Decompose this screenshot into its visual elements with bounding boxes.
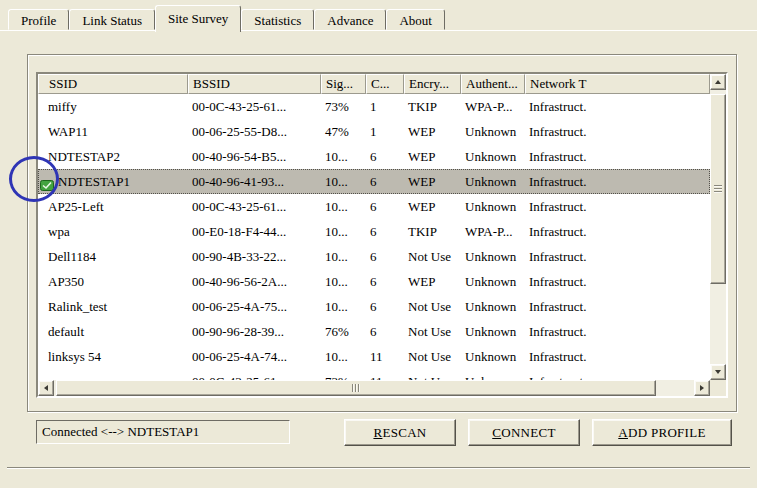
cell-network-t: Infrastruct. bbox=[525, 369, 710, 380]
table-row-ralink-test[interactable]: Ralink_test00-06-25-4A-75...10...6Not Us… bbox=[38, 294, 710, 319]
cell-text: Unknown bbox=[465, 199, 516, 214]
cell-text: 1 bbox=[370, 124, 377, 139]
cell-encry: TKIP bbox=[404, 94, 461, 119]
cell-c: 1 bbox=[366, 119, 404, 144]
cell-bssid: 00-E0-18-F4-44... bbox=[188, 219, 321, 244]
horizontal-scrollbar[interactable] bbox=[38, 380, 710, 396]
horizontal-scroll-thumb[interactable] bbox=[56, 380, 656, 396]
cell-network-t: Infrastruct. bbox=[525, 119, 710, 144]
column-header-sig[interactable]: Sig... bbox=[321, 74, 366, 94]
cell-ssid: WAP11 bbox=[38, 119, 188, 144]
cell-c: 6 bbox=[366, 194, 404, 219]
cell-text: Unknown bbox=[465, 349, 516, 364]
table-row-ap25-left[interactable]: AP25-Left00-0C-43-25-61...10...6WEPUnkno… bbox=[38, 194, 710, 219]
cell-sig: 10... bbox=[321, 169, 366, 194]
cell-sig: 10... bbox=[321, 294, 366, 319]
cell-text: Unknown bbox=[465, 149, 516, 164]
cell-text: 00-E0-18-F4-44... bbox=[192, 224, 286, 239]
table-row-default[interactable]: default00-90-96-28-39...76%6Not UseUnkno… bbox=[38, 319, 710, 344]
cell-ssid: miffy bbox=[38, 94, 188, 119]
table-row-partial[interactable]: 00-0C-43-25-61...73%11Not UseUnknownInfr… bbox=[38, 369, 710, 380]
cell-encry: WEP bbox=[404, 119, 461, 144]
cell-bssid: 00-0C-43-25-61... bbox=[188, 194, 321, 219]
cell-text: 6 bbox=[370, 224, 377, 239]
cell-text: 00-06-25-4A-74... bbox=[192, 349, 287, 364]
column-header-encry[interactable]: Encry... bbox=[404, 74, 461, 94]
tab-advance[interactable]: Advance bbox=[314, 9, 386, 30]
rescan-button[interactable]: RESCAN bbox=[344, 419, 456, 446]
cell-text: 11 bbox=[370, 349, 383, 364]
vertical-scrollbar[interactable] bbox=[710, 74, 726, 380]
cell-encry: WEP bbox=[404, 269, 461, 294]
cell-authent: Unknown bbox=[461, 144, 525, 169]
site-survey-ap-list: SSIDBSSIDSig...C...Encry...Authent...Net… bbox=[36, 72, 728, 398]
table-row-ap350[interactable]: AP35000-40-96-56-2A...10...6WEPUnknownIn… bbox=[38, 269, 710, 294]
separator-line bbox=[7, 467, 750, 469]
scroll-down-button[interactable] bbox=[710, 364, 726, 380]
table-row-wpa[interactable]: wpa00-E0-18-F4-44...10...6TKIPWPA-P...In… bbox=[38, 219, 710, 244]
cell-text: 10... bbox=[325, 349, 348, 364]
cell-encry: TKIP bbox=[404, 219, 461, 244]
cell-text: Infrastruct. bbox=[529, 324, 586, 339]
cell-bssid: 00-06-25-4A-75... bbox=[188, 294, 321, 319]
cell-text: Ralink_test bbox=[48, 299, 107, 314]
column-header-bssid[interactable]: BSSID bbox=[188, 74, 321, 94]
cell-text: 6 bbox=[370, 174, 377, 189]
tab-link-status[interactable]: Link Status bbox=[69, 9, 155, 30]
table-row-miffy[interactable]: miffy00-0C-43-25-61...73%1TKIPWPA-P...In… bbox=[38, 94, 710, 119]
scroll-up-button[interactable] bbox=[710, 74, 726, 90]
cell-text: WEP bbox=[408, 274, 435, 289]
add-profile-button[interactable]: ADD PROFILE bbox=[592, 419, 732, 446]
cell-text: Not Use bbox=[408, 249, 451, 264]
cell-authent: Unknown bbox=[461, 269, 525, 294]
cell-encry: Not Use bbox=[404, 294, 461, 319]
cell-text: Unknown bbox=[465, 124, 516, 139]
connect-button[interactable]: CONNECT bbox=[468, 419, 580, 446]
vertical-scroll-thumb[interactable] bbox=[710, 94, 726, 284]
tab-page-border bbox=[0, 30, 757, 31]
cell-text: TKIP bbox=[408, 99, 437, 114]
column-header-network-t[interactable]: Network T bbox=[525, 74, 710, 94]
scroll-left-button[interactable] bbox=[38, 380, 54, 396]
table-row-dell1184[interactable]: Dell118400-90-4B-33-22...10...6Not UseUn… bbox=[38, 244, 710, 269]
cell-bssid: 00-06-25-55-D8... bbox=[188, 119, 321, 144]
cell-sig: 10... bbox=[321, 344, 366, 369]
cell-encry: WEP bbox=[404, 194, 461, 219]
table-row-ndtestap2[interactable]: NDTESTAP200-40-96-54-B5...10...6WEPUnkno… bbox=[38, 144, 710, 169]
cell-bssid: 00-90-4B-33-22... bbox=[188, 244, 321, 269]
tab-site-survey[interactable]: Site Survey bbox=[155, 5, 241, 32]
cell-text: AP25-Left bbox=[48, 199, 104, 214]
cell-text: Infrastruct. bbox=[529, 349, 586, 364]
cell-encry: Not Use bbox=[404, 344, 461, 369]
rescan-button-label: RESCAN bbox=[373, 425, 426, 440]
scroll-right-button[interactable] bbox=[694, 380, 710, 396]
cell-authent: Unknown bbox=[461, 319, 525, 344]
cell-text: Infrastruct. bbox=[529, 149, 586, 164]
cell-text: Not Use bbox=[408, 349, 451, 364]
triangle-right-icon bbox=[700, 385, 704, 391]
column-header-c[interactable]: C... bbox=[366, 74, 404, 94]
cell-bssid: 00-0C-43-25-61... bbox=[188, 369, 321, 380]
cell-sig: 10... bbox=[321, 244, 366, 269]
tab-statistics[interactable]: Statistics bbox=[241, 9, 314, 30]
column-header-authent[interactable]: Authent... bbox=[461, 74, 525, 94]
cell-text: 10... bbox=[325, 249, 348, 264]
cell-network-t: Infrastruct. bbox=[525, 344, 710, 369]
table-row-ndtestap1[interactable]: NDTESTAP100-40-96-41-93...10...6WEPUnkno… bbox=[38, 169, 710, 194]
column-header-ssid[interactable]: SSID bbox=[38, 74, 188, 94]
tab-about[interactable]: About bbox=[386, 9, 445, 30]
cell-text: Infrastruct. bbox=[529, 199, 586, 214]
cell-encry: Not Use bbox=[404, 369, 461, 380]
cell-text: 10... bbox=[325, 174, 348, 189]
table-row-wap11[interactable]: WAP1100-06-25-55-D8...47%1WEPUnknownInfr… bbox=[38, 119, 710, 144]
tab-bar: ProfileLink StatusSite SurveyStatisticsA… bbox=[8, 6, 445, 30]
list-rows: miffy00-0C-43-25-61...73%1TKIPWPA-P...In… bbox=[38, 94, 710, 380]
cell-network-t: Infrastruct. bbox=[525, 244, 710, 269]
table-row-linksys-54[interactable]: linksys 5400-06-25-4A-74...10...11Not Us… bbox=[38, 344, 710, 369]
cell-authent: Unknown bbox=[461, 169, 525, 194]
cell-authent: Unknown bbox=[461, 344, 525, 369]
tab-profile[interactable]: Profile bbox=[8, 9, 69, 30]
cell-authent: Unknown bbox=[461, 194, 525, 219]
cell-network-t: Infrastruct. bbox=[525, 219, 710, 244]
cell-text: 6 bbox=[370, 199, 377, 214]
